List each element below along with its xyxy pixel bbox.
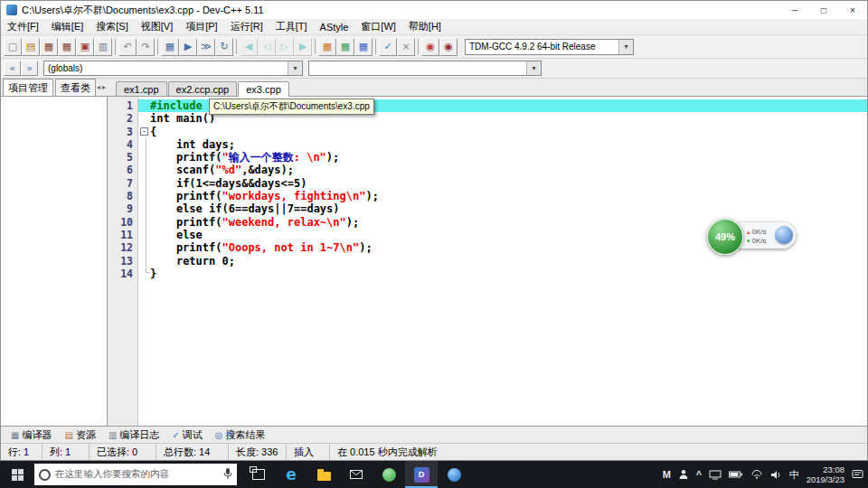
chevron-down-icon[interactable]: ▾ bbox=[618, 40, 633, 54]
profile-button[interactable]: ◉ bbox=[421, 38, 439, 56]
devcpp-taskbar-button[interactable]: D bbox=[405, 461, 438, 488]
line-number-9[interactable]: 9 bbox=[108, 202, 137, 215]
menu-item-6[interactable]: 工具[T] bbox=[269, 19, 314, 34]
editor-tab-ex3.cpp[interactable]: ex3.cpp bbox=[238, 81, 289, 97]
rebuild-button[interactable]: ↻ bbox=[215, 38, 233, 56]
line-number-4[interactable]: 4 bbox=[108, 138, 137, 151]
network-icon[interactable] bbox=[750, 470, 763, 479]
line-number-1[interactable]: 1 bbox=[108, 99, 137, 112]
panel-scroll-right-icon[interactable]: ▸ bbox=[101, 83, 107, 91]
menu-item-9[interactable]: 帮助[H] bbox=[402, 19, 448, 34]
code-line-8[interactable]: printf("workdays, fighting\n"); bbox=[138, 190, 867, 202]
file-explorer-button[interactable] bbox=[307, 461, 340, 488]
insert-button[interactable]: ▦ bbox=[318, 38, 336, 56]
line-number-12[interactable]: 12 bbox=[108, 241, 137, 254]
editor-tab-ex1.cpp[interactable]: ex1.cpp bbox=[116, 81, 167, 96]
memory-ball[interactable]: 49% bbox=[707, 219, 743, 255]
run-button[interactable]: ▶ bbox=[179, 38, 197, 56]
code-line-4[interactable]: int days; bbox=[138, 138, 867, 151]
compile-log-tab[interactable]: ▥编译日志 bbox=[102, 427, 165, 443]
save-button[interactable]: ▦ bbox=[40, 38, 58, 56]
tab-project-manager[interactable]: 项目管理 bbox=[3, 79, 53, 96]
undo-button[interactable]: ↶ bbox=[118, 38, 137, 56]
minimize-button[interactable]: ─ bbox=[780, 1, 809, 19]
syntax-check-button[interactable]: ✓ bbox=[379, 38, 397, 56]
line-number-10[interactable]: 10 bbox=[108, 216, 137, 229]
debug-tab[interactable]: ✓调试 bbox=[165, 427, 208, 443]
user-icon[interactable] bbox=[678, 469, 689, 480]
menu-item-3[interactable]: 视图[V] bbox=[135, 19, 179, 34]
volume-icon[interactable] bbox=[770, 470, 782, 480]
goto-declaration-button[interactable]: « bbox=[4, 61, 21, 76]
search-results-tab[interactable]: ◎搜索结果 bbox=[209, 427, 272, 443]
tray-expand-icon[interactable]: ^ bbox=[696, 470, 702, 480]
clear-syntax-button[interactable]: × bbox=[397, 38, 415, 56]
line-number-7[interactable]: 7 bbox=[108, 177, 137, 190]
back-button[interactable]: ◀ bbox=[240, 38, 258, 56]
code-line-14[interactable]: } bbox=[138, 267, 867, 280]
menu-item-4[interactable]: 项目[P] bbox=[179, 19, 223, 34]
line-number-14[interactable]: 14 bbox=[108, 267, 137, 280]
editor-tab-ex2.ccp.cpp[interactable]: ex2.ccp.cpp bbox=[168, 81, 238, 96]
code-rows[interactable]: #include <stdio.h>int main()-{ int days;… bbox=[138, 97, 867, 426]
line-number-8[interactable]: 8 bbox=[108, 190, 137, 202]
mail-button[interactable] bbox=[340, 461, 373, 488]
goto-definition-button[interactable]: » bbox=[21, 61, 38, 76]
display-icon[interactable] bbox=[709, 470, 722, 480]
maximize-button[interactable]: □ bbox=[809, 1, 838, 19]
menu-item-2[interactable]: 搜索[S] bbox=[90, 19, 134, 34]
blue-app-button[interactable] bbox=[438, 461, 470, 488]
line-number-gutter[interactable]: 1234567891011121314 bbox=[108, 97, 138, 426]
fold-margin-3[interactable]: - bbox=[138, 126, 150, 138]
start-button[interactable] bbox=[0, 461, 34, 488]
line-number-3[interactable]: 3 bbox=[108, 126, 137, 138]
fold-toggle-icon[interactable]: - bbox=[140, 127, 148, 136]
compile-run-button[interactable]: ≫ bbox=[197, 38, 215, 56]
members-select[interactable]: ▾ bbox=[308, 61, 542, 76]
mic-icon[interactable] bbox=[223, 467, 232, 482]
chevron-down-icon[interactable]: ▾ bbox=[526, 61, 541, 75]
line-number-5[interactable]: 5 bbox=[108, 151, 137, 164]
close-button[interactable]: × bbox=[838, 1, 867, 19]
chevron-down-icon[interactable]: ▾ bbox=[288, 61, 302, 75]
compile-button[interactable]: ▦ bbox=[161, 38, 179, 56]
code-line-6[interactable]: scanf("%d",&days); bbox=[138, 164, 867, 176]
goto-line-button[interactable]: ▦ bbox=[354, 38, 373, 56]
line-number-11[interactable]: 11 bbox=[108, 229, 137, 241]
close-file-button[interactable]: ▣ bbox=[76, 38, 94, 56]
open-button[interactable]: ▤ bbox=[22, 38, 40, 56]
code-line-9[interactable]: else if(6==days||7==days) bbox=[138, 202, 867, 215]
save-all-button[interactable]: ▦ bbox=[58, 38, 76, 56]
print-button[interactable]: ▥ bbox=[94, 38, 112, 56]
taskbar-clock[interactable]: 23:08 2019/3/23 bbox=[807, 465, 844, 484]
edge-button[interactable]: e bbox=[275, 461, 307, 488]
battery-icon[interactable] bbox=[729, 471, 743, 478]
tab-class-browser[interactable]: 查看类 bbox=[55, 79, 96, 96]
resources-tab[interactable]: ▤资源 bbox=[58, 427, 101, 443]
widget-gauge-icon[interactable] bbox=[775, 226, 793, 244]
prev-button[interactable]: ◁ bbox=[258, 38, 276, 56]
notification-center-icon[interactable] bbox=[852, 469, 863, 480]
menu-item-8[interactable]: 窗口[W] bbox=[354, 19, 402, 34]
menu-item-0[interactable]: 文件[F] bbox=[1, 19, 45, 34]
code-line-3[interactable]: -{ bbox=[138, 126, 867, 138]
globals-select[interactable]: (globals) ▾ bbox=[43, 61, 303, 76]
compiler-select[interactable]: TDM-GCC 4.9.2 64-bit Release ▾ bbox=[465, 39, 634, 55]
taskbar-search-input[interactable]: 在这里输入你要搜索的内容 bbox=[34, 464, 237, 485]
code-line-7[interactable]: if(1<=days&&days<=5) bbox=[138, 177, 867, 190]
compiler-tab[interactable]: ▦编译器 bbox=[5, 427, 58, 443]
ime-indicator[interactable]: 中 bbox=[789, 468, 799, 482]
net-speed-widget[interactable]: ▴ 0K/s ▾ 0K/s 49% bbox=[707, 217, 799, 255]
line-number-6[interactable]: 6 bbox=[108, 164, 137, 176]
code-line-5[interactable]: printf("输入一个整数: \n"); bbox=[138, 151, 867, 164]
delete-profile-button[interactable]: ◉ bbox=[439, 38, 458, 56]
forward-button[interactable]: ▶ bbox=[294, 38, 312, 56]
code-editor[interactable]: 1234567891011121314 #include <stdio.h>in… bbox=[108, 97, 867, 426]
safe-browser-button[interactable] bbox=[373, 461, 405, 488]
bookmark-button[interactable]: ▦ bbox=[336, 38, 354, 56]
line-number-13[interactable]: 13 bbox=[108, 255, 137, 267]
code-line-13[interactable]: return 0; bbox=[138, 255, 867, 267]
next-button[interactable]: ▷ bbox=[276, 38, 294, 56]
new-file-button[interactable]: ▢ bbox=[4, 38, 22, 56]
tray-m-icon[interactable]: M bbox=[663, 469, 671, 480]
